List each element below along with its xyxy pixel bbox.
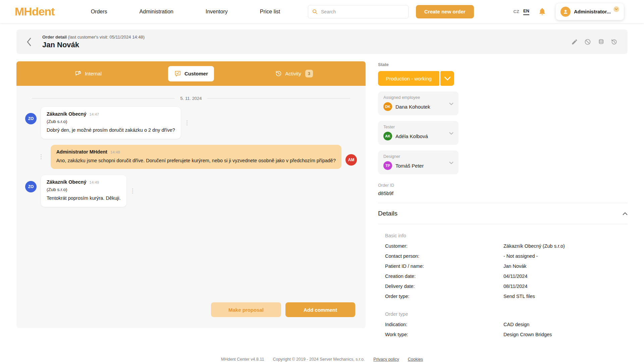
activity-count-badge: 3 — [305, 70, 313, 77]
basic-info-section: Basic info Customer: Zákazník Obecný (Zu… — [385, 233, 628, 299]
date-divider: 5. 11. 2024 — [32, 96, 350, 101]
message-bubble: Zákazník Obecný 14:49 (Zub s.r.o) Tentok… — [41, 175, 126, 207]
cookies-link[interactable]: Cookies — [408, 357, 423, 362]
order-id-value: d85b9f — [378, 190, 628, 196]
patient-name-heading: Jan Novák — [42, 41, 145, 49]
state-button[interactable]: Production - working — [378, 71, 439, 86]
last-visit-note: (last customer's visit: 05/11/2024 14:48… — [68, 35, 145, 40]
duplicate-icon[interactable] — [597, 39, 604, 45]
tab-customer[interactable]: Customer — [168, 66, 214, 81]
chevron-up-icon — [623, 212, 628, 215]
info-value: CAD design — [503, 322, 628, 327]
history-icon[interactable] — [611, 39, 618, 45]
page-footer: MHdent Center v4.8.11 Copyright © 2019 -… — [0, 357, 644, 362]
chevron-down-icon — [449, 132, 453, 135]
info-label: Customer: — [385, 243, 503, 249]
info-value: 04/11/2024 — [503, 274, 628, 279]
order-header-text: Order detail (last customer's visit: 05/… — [42, 35, 145, 49]
edit-icon[interactable] — [571, 39, 578, 45]
create-new-order-button[interactable]: Create new order — [416, 5, 474, 18]
cancel-order-icon[interactable] — [584, 39, 591, 45]
profile-menu[interactable]: Administrator... — [556, 3, 624, 20]
activity-history-icon — [275, 70, 282, 77]
tester-select[interactable]: Tester AK Adéla Kolbová — [378, 121, 459, 145]
divider — [378, 224, 628, 224]
order-sidebar: State Production - working Assigned empl… — [378, 61, 628, 337]
tab-internal[interactable]: Internal — [74, 70, 102, 77]
chat-message: ⋮ Administrator MHdent 14:48 Ano, zakázk… — [25, 145, 357, 169]
language-switcher: CZ EN — [514, 8, 529, 15]
chat-message: ZO Zákazník Obecný 14:49 (Zub s.r.o) Ten… — [25, 175, 357, 207]
privacy-policy-link[interactable]: Privacy policy — [373, 357, 399, 362]
communication-panel: Internal Customer Activity 3 5. 11. 2024 — [16, 61, 366, 337]
avatar: AK — [383, 132, 392, 140]
order-type-section: Order type Indication: CAD design Work t… — [385, 311, 628, 337]
customer-chat-check-icon — [174, 70, 181, 77]
avatar: ZO — [25, 113, 37, 124]
details-section-toggle[interactable]: Details — [378, 210, 628, 217]
app-logo: MHdent — [15, 5, 55, 18]
state-label: State — [378, 62, 628, 67]
copyright: Copyright © 2019 - 2024 Server Mechanics… — [273, 357, 365, 362]
info-label: Order type: — [385, 294, 503, 299]
make-proposal-button[interactable]: Make proposal — [211, 302, 281, 317]
chevron-down-icon — [449, 103, 453, 105]
message-bubble: Administrator MHdent 14:48 Ano, zakázku … — [51, 145, 341, 169]
order-actions — [571, 39, 618, 45]
order-detail-title: Order detail — [42, 35, 67, 40]
info-value: Design Crown Bridges — [503, 332, 628, 337]
nav-item-price-list[interactable]: Price list — [260, 9, 280, 15]
nav-item-orders[interactable]: Orders — [91, 9, 107, 15]
avatar: AM — [345, 154, 357, 166]
avatar: DK — [383, 102, 392, 111]
info-label: Creation date: — [385, 274, 503, 279]
order-id-block: Order ID d85b9f — [378, 183, 628, 196]
search-icon — [312, 9, 318, 14]
chat-message: ZO Zákazník Obecný 14:47 (Zub s.r.o) Dob… — [25, 107, 357, 139]
search-box — [308, 5, 409, 18]
state-chevron-down-icon[interactable] — [440, 71, 454, 86]
tab-activity[interactable]: Activity 3 — [275, 70, 313, 77]
message-menu-icon[interactable]: ⋮ — [181, 119, 193, 126]
chat-tabs-bar: Internal Customer Activity 3 — [16, 61, 366, 86]
search-input[interactable] — [308, 5, 409, 18]
chevron-down-icon — [449, 162, 453, 164]
profile-name: Administrator... — [574, 9, 611, 14]
notification-bell-icon[interactable] — [538, 7, 546, 16]
info-label: Contact person: — [385, 253, 503, 259]
info-value: Jan Novák — [503, 263, 628, 269]
profile-avatar-icon — [560, 7, 571, 17]
details-title: Details — [378, 210, 397, 217]
info-label: Work type: — [385, 332, 503, 337]
lang-cz[interactable]: CZ — [514, 9, 519, 14]
divider — [378, 203, 628, 203]
message-bubble: Zákazník Obecný 14:47 (Zub s.r.o) Dobrý … — [41, 107, 181, 139]
app-version: MHdent Center v4.8.11 — [221, 357, 264, 362]
info-value: Send STL files — [503, 294, 628, 299]
nav-item-administration[interactable]: Administration — [140, 9, 173, 15]
chat-message-list: 5. 11. 2024 ZO Zákazník Obecný 14:47 (Zu… — [16, 86, 366, 328]
assigned-employee-select[interactable]: Assigned employee DK Dana Kohoutek — [378, 92, 459, 115]
nav-item-inventory[interactable]: Inventory — [206, 9, 228, 15]
add-comment-button[interactable]: Add comment — [285, 302, 355, 317]
back-button[interactable] — [26, 38, 32, 46]
internal-chat-lock-icon — [74, 70, 82, 77]
avatar: TP — [383, 161, 392, 170]
info-value: 08/11/2024 — [503, 284, 628, 289]
info-label: Patient ID / name: — [385, 263, 503, 269]
order-id-label: Order ID — [378, 183, 628, 188]
info-label: Indication: — [385, 322, 503, 327]
top-navigation: MHdent Orders Administration Inventory P… — [0, 0, 644, 23]
lang-en[interactable]: EN — [523, 8, 529, 15]
info-value: - Not assigned - — [503, 253, 628, 259]
info-label: Delivery date: — [385, 284, 503, 289]
order-detail-header: Order detail (last customer's visit: 05/… — [16, 29, 628, 54]
nav-links: Orders Administration Inventory Price li… — [91, 9, 280, 15]
info-value: Zákazník Obecný (Zub s.r.o) — [503, 243, 628, 249]
designer-select[interactable]: Designer TP Tomáš Peter — [378, 150, 459, 174]
avatar: ZO — [25, 181, 37, 192]
chevron-down-icon — [613, 6, 619, 12]
message-menu-icon[interactable]: ⋮ — [35, 153, 47, 160]
message-menu-icon[interactable]: ⋮ — [126, 187, 139, 194]
